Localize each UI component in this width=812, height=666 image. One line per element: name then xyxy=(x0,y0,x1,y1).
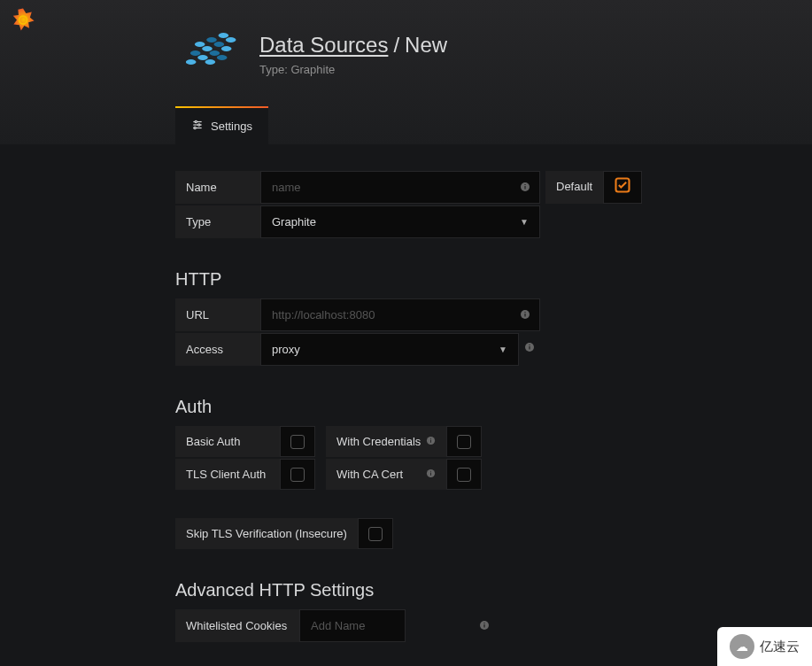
breadcrumb-separator: / xyxy=(393,33,399,58)
with-ca-cert-checkbox[interactable] xyxy=(446,459,482,490)
info-icon[interactable] xyxy=(426,435,436,448)
name-label: Name xyxy=(175,171,260,204)
svg-point-13 xyxy=(217,55,228,60)
skip-tls-label: Skip TLS Verification (Insecure) xyxy=(175,518,358,549)
svg-rect-32 xyxy=(430,438,431,439)
info-icon[interactable] xyxy=(519,333,540,366)
svg-rect-29 xyxy=(530,345,530,345)
url-label: URL xyxy=(175,298,260,331)
type-label: Type xyxy=(175,205,260,238)
basic-auth-checkbox[interactable] xyxy=(280,426,315,457)
svg-rect-31 xyxy=(430,440,431,443)
breadcrumb-link-datasources[interactable]: Data Sources xyxy=(259,33,388,58)
default-label: Default xyxy=(545,171,603,204)
svg-point-17 xyxy=(198,124,200,126)
cloud-icon: ☁ xyxy=(730,634,754,659)
svg-rect-22 xyxy=(525,184,526,185)
section-title-auth: Auth xyxy=(175,397,812,417)
svg-rect-25 xyxy=(525,314,526,317)
svg-rect-34 xyxy=(430,473,431,476)
section-title-http: HTTP xyxy=(175,269,812,290)
svg-rect-35 xyxy=(430,471,431,472)
svg-point-4 xyxy=(190,50,201,56)
chevron-down-icon: ▼ xyxy=(488,345,518,354)
access-select-value: proxy xyxy=(261,334,488,365)
type-select[interactable]: Graphite ▼ xyxy=(260,205,540,238)
datasource-icon xyxy=(186,31,246,78)
svg-point-8 xyxy=(197,55,208,60)
tab-settings-label: Settings xyxy=(211,120,252,133)
svg-point-10 xyxy=(221,46,232,51)
tab-settings[interactable]: Settings xyxy=(175,106,268,144)
svg-rect-21 xyxy=(525,186,526,190)
svg-point-1 xyxy=(195,42,205,47)
access-select[interactable]: proxy ▼ xyxy=(260,333,519,366)
skip-tls-checkbox[interactable] xyxy=(358,518,393,549)
checkmark-icon xyxy=(614,176,631,198)
svg-point-5 xyxy=(202,46,213,51)
info-icon[interactable] xyxy=(470,620,499,632)
svg-point-19 xyxy=(194,127,196,128)
svg-point-9 xyxy=(210,50,220,56)
default-checkbox[interactable] xyxy=(603,171,642,204)
svg-point-15 xyxy=(195,120,197,122)
with-ca-cert-label: With CA Cert xyxy=(326,459,446,490)
basic-auth-label: Basic Auth xyxy=(175,426,280,457)
svg-point-11 xyxy=(186,59,197,65)
svg-point-12 xyxy=(205,59,216,65)
whitelisted-cookies-input[interactable] xyxy=(300,610,470,641)
section-title-advanced: Advanced HTTP Settings xyxy=(175,580,812,600)
info-icon[interactable] xyxy=(511,182,539,194)
breadcrumb-current: New xyxy=(405,33,447,58)
svg-rect-28 xyxy=(530,346,530,350)
grafana-logo-icon[interactable] xyxy=(11,7,35,35)
tls-client-auth-checkbox[interactable] xyxy=(280,459,315,490)
watermark-badge: ☁ 亿速云 xyxy=(717,627,812,666)
url-input[interactable] xyxy=(261,299,511,330)
type-select-value: Graphite xyxy=(261,206,509,237)
svg-rect-26 xyxy=(525,312,526,313)
access-label: Access xyxy=(175,333,260,366)
svg-point-3 xyxy=(219,33,229,38)
breadcrumb: Data Sources / New xyxy=(259,33,447,58)
with-credentials-checkbox[interactable] xyxy=(446,426,482,457)
svg-point-2 xyxy=(206,37,217,43)
svg-point-6 xyxy=(214,42,225,47)
name-input[interactable] xyxy=(261,172,511,203)
with-credentials-label: With Credentials xyxy=(326,426,446,457)
info-icon[interactable] xyxy=(511,309,539,321)
svg-point-7 xyxy=(226,37,236,43)
sliders-icon xyxy=(191,119,204,134)
svg-rect-38 xyxy=(484,623,485,623)
tls-client-auth-label: TLS Client Auth xyxy=(175,459,280,490)
svg-rect-37 xyxy=(484,624,485,628)
info-icon[interactable] xyxy=(426,468,436,481)
chevron-down-icon: ▼ xyxy=(509,217,539,227)
whitelisted-cookies-label: Whitelisted Cookies xyxy=(175,609,299,642)
page-subtitle: Type: Graphite xyxy=(259,63,447,76)
